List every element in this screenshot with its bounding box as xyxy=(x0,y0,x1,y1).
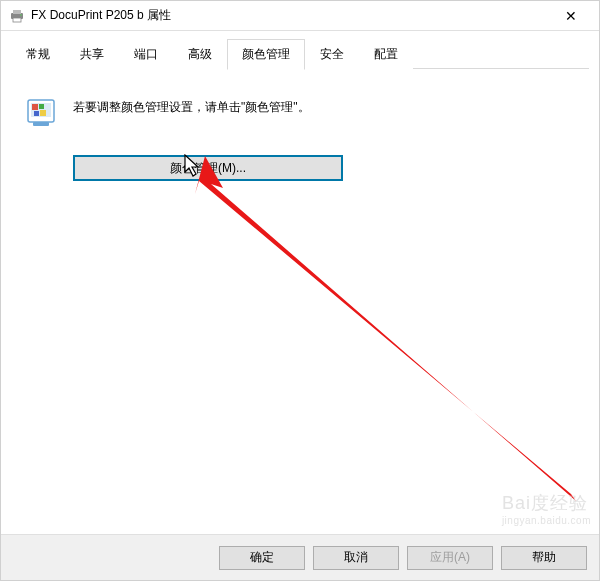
svg-rect-1 xyxy=(13,10,21,14)
tab-general[interactable]: 常规 xyxy=(11,39,65,69)
watermark-sub: jingyan.baidu.com xyxy=(502,515,591,526)
instruction-text: 若要调整颜色管理设置，请单击"颜色管理"。 xyxy=(73,97,310,116)
svg-rect-2 xyxy=(13,18,21,22)
tab-security[interactable]: 安全 xyxy=(305,39,359,69)
button-bar: 确定 取消 应用(A) 帮助 xyxy=(1,534,599,580)
tab-advanced[interactable]: 高级 xyxy=(173,39,227,69)
svg-rect-9 xyxy=(40,110,46,116)
svg-rect-6 xyxy=(32,104,38,110)
color-management-button[interactable]: 颜色管理(M)... xyxy=(73,155,343,181)
apply-button[interactable]: 应用(A) xyxy=(407,546,493,570)
tab-color-mgmt[interactable]: 颜色管理 xyxy=(227,39,305,70)
ok-button[interactable]: 确定 xyxy=(219,546,305,570)
titlebar: FX DocuPrint P205 b 属性 ✕ xyxy=(1,1,599,31)
tab-ports[interactable]: 端口 xyxy=(119,39,173,69)
close-icon: ✕ xyxy=(565,8,577,24)
color-mgmt-button-wrap: 颜色管理(M)... xyxy=(73,155,575,181)
svg-point-3 xyxy=(20,14,22,16)
window-title: FX DocuPrint P205 b 属性 xyxy=(31,7,551,24)
close-button[interactable]: ✕ xyxy=(551,2,591,30)
svg-rect-10 xyxy=(33,122,49,126)
tab-content: 若要调整颜色管理设置，请单击"颜色管理"。 颜色管理(M)... xyxy=(1,69,599,509)
color-management-icon xyxy=(25,97,57,129)
content-row: 若要调整颜色管理设置，请单击"颜色管理"。 xyxy=(25,97,575,129)
tab-sharing[interactable]: 共享 xyxy=(65,39,119,69)
printer-icon xyxy=(9,8,25,24)
tab-config[interactable]: 配置 xyxy=(359,39,413,69)
cancel-button[interactable]: 取消 xyxy=(313,546,399,570)
help-button[interactable]: 帮助 xyxy=(501,546,587,570)
svg-rect-7 xyxy=(39,104,44,109)
svg-rect-8 xyxy=(34,111,39,116)
tabstrip: 常规 共享 端口 高级 颜色管理 安全 配置 xyxy=(1,31,599,69)
